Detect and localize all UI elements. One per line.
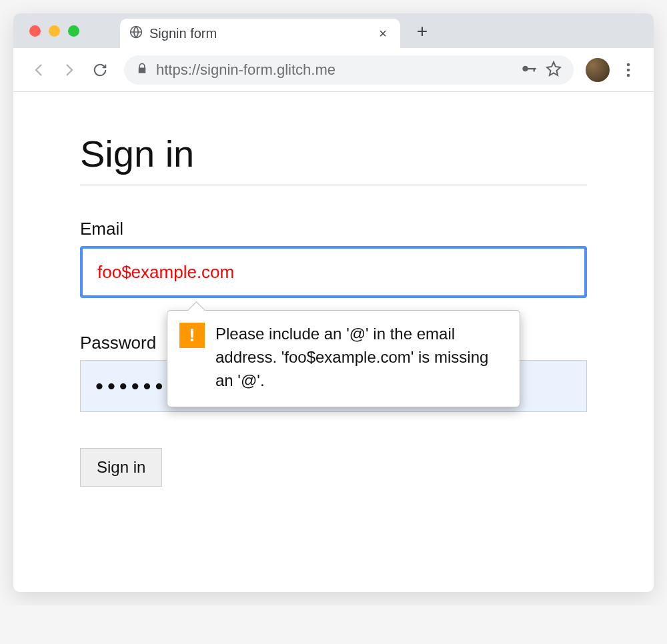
page-title: Sign in (80, 132, 587, 185)
key-icon[interactable] (520, 60, 538, 80)
close-tab-button[interactable]: × (375, 25, 391, 43)
back-button[interactable] (27, 58, 51, 82)
email-label: Email (80, 219, 587, 239)
bookmark-star-icon[interactable] (546, 61, 562, 79)
maximize-window-button[interactable] (68, 25, 79, 37)
lock-icon (136, 63, 148, 77)
minimize-window-button[interactable] (49, 25, 60, 37)
address-bar[interactable]: https://signin-form.glitch.me (124, 55, 574, 85)
page-content: Sign in Email ! Please include an '@' in… (13, 92, 654, 592)
browser-menu-button[interactable] (616, 62, 640, 78)
url-text: https://signin-form.glitch.me (156, 61, 512, 79)
new-tab-button[interactable]: + (411, 20, 434, 43)
browser-tab[interactable]: Signin form × (120, 19, 400, 48)
profile-avatar[interactable] (586, 58, 610, 82)
svg-point-5 (627, 68, 630, 71)
tab-bar: Signin form × + (13, 13, 654, 48)
svg-point-1 (522, 65, 528, 71)
reload-button[interactable] (88, 58, 112, 82)
svg-point-4 (627, 63, 630, 66)
warning-icon: ! (179, 323, 205, 348)
forward-button[interactable] (57, 58, 81, 82)
validation-message: Please include an '@' in the email addre… (215, 323, 505, 392)
signin-button[interactable]: Sign in (80, 448, 162, 487)
svg-rect-3 (534, 67, 535, 71)
globe-icon (129, 25, 143, 41)
close-window-button[interactable] (29, 25, 41, 37)
svg-point-6 (627, 73, 630, 77)
tab-title: Signin form (149, 26, 368, 41)
browser-window: Signin form × + https://signin-form.glit… (13, 13, 654, 592)
validation-tooltip: ! Please include an '@' in the email add… (167, 310, 520, 407)
window-controls (29, 25, 79, 37)
email-field[interactable] (80, 246, 587, 298)
browser-toolbar: https://signin-form.glitch.me (13, 48, 654, 92)
